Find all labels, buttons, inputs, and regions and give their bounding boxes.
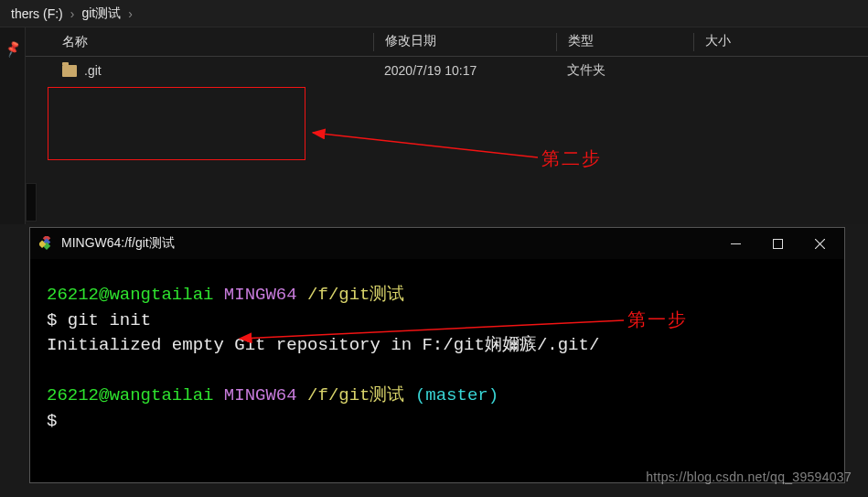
prompt-host: MINGW64: [224, 285, 297, 305]
explorer-nav-collapsed[interactable]: 📌: [0, 27, 26, 224]
svg-rect-5: [773, 239, 782, 248]
maximize-button[interactable]: [756, 230, 798, 257]
file-date: 2020/7/19 10:17: [373, 63, 556, 78]
prompt-host: MINGW64: [224, 385, 297, 405]
prompt-user: 26212@wangtailai: [47, 285, 213, 305]
separator-block: [26, 183, 37, 221]
watermark-text: https://blog.csdn.net/qq_39594037: [646, 470, 852, 484]
table-row[interactable]: .git 2020/7/19 10:17 文件夹: [26, 57, 868, 84]
terminal-titlebar[interactable]: MINGW64:/f/git测试: [30, 228, 844, 259]
minimize-button[interactable]: [714, 230, 756, 257]
file-name: .git: [84, 63, 102, 78]
column-header-date[interactable]: 修改日期: [373, 33, 556, 51]
folder-icon: [62, 65, 77, 77]
pin-icon: 📌: [4, 40, 22, 59]
file-type: 文件夹: [556, 62, 693, 79]
command-text: git init: [68, 310, 151, 330]
prompt-user: 26212@wangtailai: [47, 385, 213, 405]
column-header-size[interactable]: 大小: [693, 33, 785, 51]
column-header-name[interactable]: 名称: [26, 34, 373, 50]
chevron-right-icon: ›: [69, 6, 77, 21]
close-button[interactable]: [798, 230, 841, 257]
prompt-symbol: $: [47, 411, 57, 431]
command-output: Initialized empty Git repository in F:/g…: [47, 335, 599, 355]
terminal-body[interactable]: 26212@wangtailai MINGW64 /f/git测试 $ git …: [30, 259, 844, 443]
terminal-window: MINGW64:/f/git测试 26212@wangtailai MINGW6…: [29, 227, 845, 483]
breadcrumb-item[interactable]: thers (F:): [5, 6, 69, 21]
column-header-type[interactable]: 类型: [556, 33, 693, 51]
prompt-path: /f/git测试: [307, 285, 404, 305]
file-explorer-pane: thers (F:) › git测试 › 📌 名称 修改日期 类型 大小 .gi…: [0, 0, 868, 224]
terminal-title-text: MINGW64:/f/git测试: [61, 235, 175, 252]
prompt-branch: (master): [415, 385, 498, 405]
prompt-symbol: $: [47, 310, 68, 330]
column-headers-row: 名称 修改日期 类型 大小: [26, 27, 868, 57]
git-bash-icon: [39, 236, 54, 251]
breadcrumb-item[interactable]: git测试: [76, 5, 126, 22]
breadcrumb[interactable]: thers (F:) › git测试 ›: [0, 0, 868, 27]
prompt-path: /f/git测试: [307, 385, 404, 405]
chevron-right-icon: ›: [126, 6, 134, 21]
